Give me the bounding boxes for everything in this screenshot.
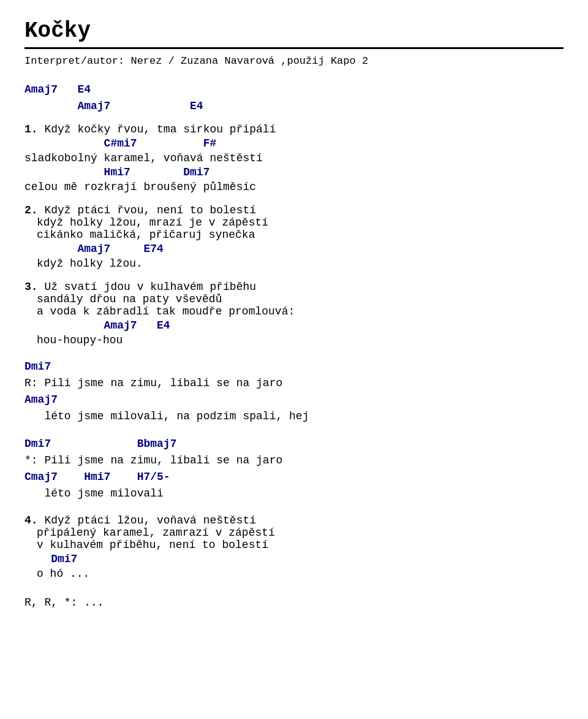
refrain-r-line1: R: Pili jsme na zimu, líbali se na jaro	[24, 375, 564, 392]
verse-1-line1: Když kočky řvou, tma sirkou připálí	[44, 123, 276, 135]
verse-2-line1: Když ptáci řvou, není to bolestí	[44, 204, 256, 216]
refrain-star-chord1: Dmi7 Bbmaj7	[24, 436, 564, 452]
verse-2-line3: cikánko maličká, přičaruj synečka	[37, 229, 255, 241]
verse-4: 4. Když ptáci lžou, voňavá neštěstí přip…	[24, 514, 564, 580]
initial-chords-section: Amaj7 E4 Amaj7 E4	[24, 82, 564, 115]
verse-2-number: 2.	[24, 204, 44, 216]
refrain-star-line1: *: Pili jsme na zimu, líbali se na jaro	[24, 452, 564, 469]
verse-4-line4: o hó ...	[37, 568, 89, 580]
refrain-star-line2: léto jsme milovali	[24, 485, 564, 502]
verse-2-line2: když holky lžou, mrazí je v zápěstí	[37, 216, 268, 229]
ending-line: R, R, *: ...	[24, 595, 564, 611]
verse-4-line3: v kulhavém příběhu, není to bolestí	[37, 539, 268, 551]
verse-3-number: 3.	[24, 281, 44, 293]
refrain-star: Dmi7 Bbmaj7 *: Pili jsme na zimu, líbali…	[24, 436, 564, 502]
initial-chord-line1: Amaj7 E4	[24, 82, 564, 98]
refrain-r: Dmi7 R: Pili jsme na zimu, líbali se na …	[24, 359, 564, 425]
refrain-r-line2: léto jsme milovali, na podzim spali, hej	[24, 408, 564, 425]
initial-chord-line2: Amaj7 E4	[24, 98, 564, 115]
verse-1-line2: sladkobolný karamel, voňavá neštěstí	[24, 152, 263, 164]
verse-3-line3: a voda k zábradlí tak moudře promlouvá:	[37, 305, 295, 318]
verse-4-chord1: Dmi7	[24, 553, 77, 565]
verse-1-chord1: C#mi7 F#	[24, 137, 216, 150]
subtitle: Interpret/autor: Nerez / Zuzana Navarová…	[24, 55, 564, 67]
verse-3-line4: hou-houpy-hou	[37, 334, 123, 346]
refrain-chord-dmi7: Dmi7	[24, 359, 564, 375]
refrain-chord-amaj7: Amaj7	[24, 392, 564, 408]
verse-1-number: 1.	[24, 123, 44, 135]
verse-1-line3: celou mě rozkrají broušený půlměsíc	[24, 181, 256, 193]
verse-4-line2: připálený karamel, zamrazí v zápěstí	[37, 527, 275, 539]
verse-1-chord2: Hmi7 Dmi7	[24, 166, 209, 178]
verse-4-line1: Když ptáci lžou, voňavá neštěstí	[44, 514, 256, 527]
verse-4-number: 4.	[24, 514, 44, 527]
verse-1: 1. Když kočky řvou, tma sirkou připálí C…	[24, 123, 564, 193]
page-title: Kočky	[24, 18, 564, 49]
refrain-star-chord2: Cmaj7 Hmi7 H7/5-	[24, 469, 564, 485]
ending-text: R, R, *: ...	[24, 595, 564, 611]
verse-3-line2: sandály dřou na paty vševědů	[37, 293, 222, 305]
verse-3: 3. Už svatí jdou v kulhavém příběhu sand…	[24, 281, 564, 346]
verse-3-line1: Už svatí jdou v kulhavém příběhu	[44, 281, 256, 293]
verse-2: 2. Když ptáci řvou, není to bolestí když…	[24, 204, 564, 270]
verse-3-chord1: Amaj7 E4	[24, 319, 170, 332]
verse-2-chord1: Amaj7 E74	[24, 243, 164, 255]
verse-2-line4: když holky lžou.	[37, 257, 143, 270]
